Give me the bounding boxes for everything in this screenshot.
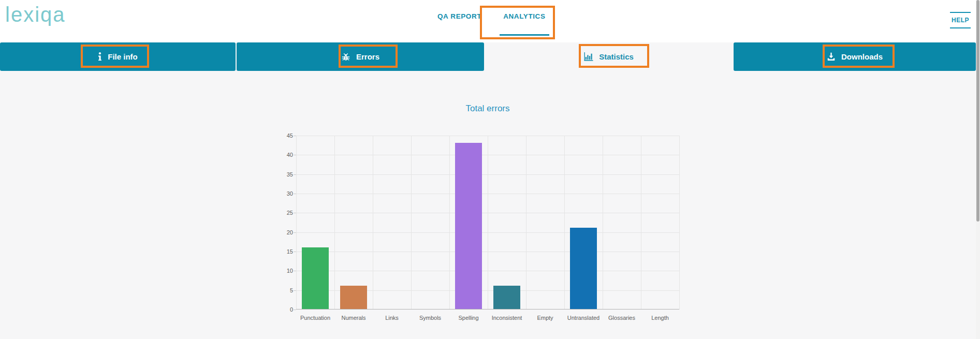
tab-bar: QA REPORT ANALYTICS — [434, 8, 549, 36]
gridline-vertical — [296, 136, 297, 309]
y-axis-tick-label: 5 — [272, 287, 293, 293]
x-axis-category-label: Numerals — [334, 315, 373, 321]
bar-punctuation — [302, 247, 329, 309]
y-axis-tick-label: 20 — [272, 229, 293, 235]
help-button[interactable]: HELP — [950, 12, 971, 28]
gridline-horizontal — [296, 252, 679, 252]
x-axis-category-label: Spelling — [449, 315, 488, 321]
bar-chart-icon — [584, 52, 593, 61]
gridline-horizontal — [296, 194, 679, 194]
file-info-button[interactable]: File info — [0, 42, 236, 71]
x-axis-category-label: Inconsistent — [488, 315, 526, 321]
y-axis-tick-mark — [294, 155, 296, 155]
gridline-vertical — [373, 136, 373, 309]
logo: lexiqa — [5, 3, 66, 26]
gridline-vertical — [641, 136, 641, 309]
gridline-vertical — [603, 136, 603, 309]
gridline-vertical — [564, 136, 565, 309]
y-axis-tick-mark — [294, 271, 296, 271]
bar-numerals — [340, 286, 367, 309]
x-axis-category-label: Links — [373, 315, 411, 321]
y-axis-tick-mark — [294, 252, 296, 252]
file-info-label: File info — [108, 52, 138, 61]
gridline-vertical — [526, 136, 526, 309]
downloads-label: Downloads — [841, 52, 883, 61]
gridline-horizontal — [296, 213, 679, 213]
chart-plot: 051015202530354045PunctuationNumeralsLin… — [296, 136, 679, 309]
x-axis-line — [296, 309, 679, 309]
gridline-vertical — [679, 136, 680, 309]
gridline-horizontal — [296, 271, 679, 271]
downloads-button[interactable]: Downloads — [734, 42, 976, 71]
y-axis-tick-mark — [294, 194, 296, 194]
x-axis-category-label: Empty — [526, 315, 564, 321]
errors-label: Errors — [356, 52, 379, 61]
y-axis-tick-mark — [294, 213, 296, 213]
y-axis-tick-mark — [294, 309, 296, 310]
bar-untranslated — [570, 228, 597, 309]
x-axis-category-label: Length — [641, 315, 679, 321]
y-axis-tick-mark — [294, 290, 296, 291]
y-axis-tick-mark — [294, 232, 296, 233]
gridline-horizontal — [296, 174, 679, 175]
y-axis-tick-mark — [294, 174, 296, 175]
download-icon — [827, 52, 836, 61]
gridline-horizontal — [296, 232, 679, 233]
statistics-button[interactable]: Statistics — [484, 42, 734, 71]
header: lexiqa QA REPORT ANALYTICS HELP — [0, 0, 980, 42]
gridline-vertical — [411, 136, 412, 309]
y-axis-tick-label: 45 — [272, 132, 293, 139]
errors-button[interactable]: Errors — [237, 42, 484, 71]
x-axis-category-label: Symbols — [411, 315, 449, 321]
y-axis-tick-label: 10 — [272, 268, 293, 274]
gridline-horizontal — [296, 136, 679, 136]
tab-qa-report[interactable]: QA REPORT — [434, 8, 485, 36]
y-axis-tick-label: 15 — [272, 248, 293, 255]
y-axis-tick-label: 0 — [272, 306, 293, 313]
x-axis-category-label: Glossaries — [603, 315, 641, 321]
y-axis-tick-mark — [294, 136, 296, 136]
gridline-horizontal — [296, 155, 679, 155]
gridline-vertical — [488, 136, 488, 309]
gridline-vertical — [334, 136, 335, 309]
statistics-label: Statistics — [599, 52, 634, 61]
y-axis-tick-label: 25 — [272, 210, 293, 216]
bar-inconsistent — [493, 286, 520, 309]
y-axis-tick-label: 35 — [272, 171, 293, 178]
tab-analytics[interactable]: ANALYTICS — [500, 8, 549, 36]
bar-spelling — [455, 143, 482, 309]
gridline-vertical — [449, 136, 450, 309]
y-axis-tick-label: 30 — [272, 190, 293, 197]
scrollbar-thumb[interactable] — [976, 0, 979, 222]
chart-title: Total errors — [296, 104, 679, 114]
toolbar: File info Errors Statistics Downloads — [0, 42, 980, 71]
x-axis-category-label: Untranslated — [564, 315, 603, 321]
y-axis-tick-label: 40 — [272, 152, 293, 158]
info-icon — [98, 52, 102, 61]
bug-icon — [341, 52, 350, 62]
x-axis-category-label: Punctuation — [296, 315, 334, 321]
